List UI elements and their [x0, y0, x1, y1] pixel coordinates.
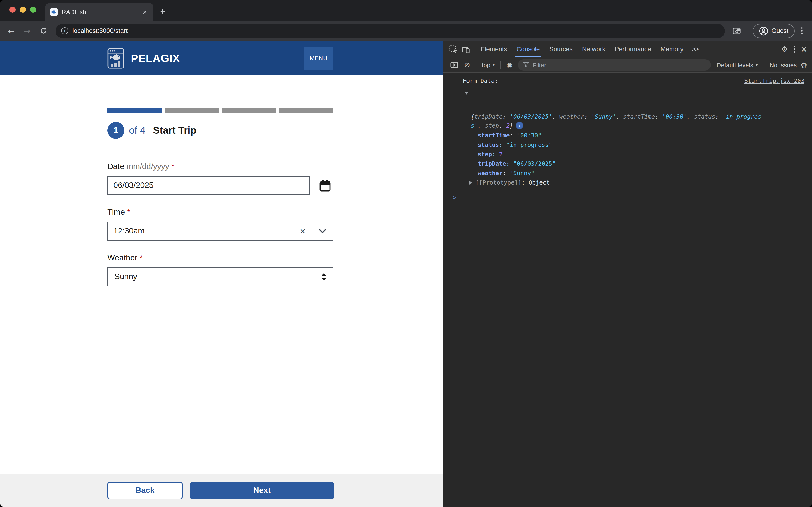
live-expression-eye-icon[interactable]: ◉	[507, 61, 512, 69]
devtools-tab-memory[interactable]: Memory	[656, 42, 688, 57]
date-field-group: Date mm/dd/yyyy *	[107, 162, 333, 195]
new-tab-button[interactable]: +	[160, 7, 165, 17]
weather-field-group: Weather * Sunny	[107, 253, 333, 286]
weather-select[interactable]: Sunny	[107, 267, 333, 286]
page-title: Start Trip	[153, 125, 196, 136]
devtools-tab-performance[interactable]: Performance	[610, 42, 656, 57]
progress-segment	[107, 108, 162, 113]
profile-label: Guest	[771, 27, 789, 34]
required-marker: *	[127, 208, 130, 217]
expand-triangle-icon[interactable]	[465, 92, 468, 95]
app-header: PELAGIX MENU	[0, 42, 443, 75]
console-sidebar-icon[interactable]	[448, 59, 460, 71]
tab-close-icon[interactable]: ×	[141, 8, 149, 16]
select-arrows-icon	[322, 273, 326, 281]
browser-tab[interactable]: RADFish ×	[45, 3, 154, 21]
caret-down-icon: ▾	[492, 63, 495, 67]
profile-chip[interactable]: Guest	[753, 24, 795, 38]
more-tabs-icon[interactable]: >>	[688, 46, 702, 53]
console-message-label: Form Data:	[463, 76, 498, 85]
back-icon[interactable]: ←	[5, 24, 18, 38]
devtools-tabs: ElementsConsoleSourcesNetworkPerformance…	[476, 42, 688, 57]
devtools-panel: ElementsConsoleSourcesNetworkPerformance…	[443, 42, 812, 507]
devtools-tab-bar: ElementsConsoleSourcesNetworkPerformance…	[444, 42, 812, 57]
text-cursor	[462, 194, 462, 201]
clear-console-icon[interactable]: ⊘	[464, 61, 470, 69]
browser-window: RADFish × + ← → i localhost:3000/start	[0, 0, 812, 507]
close-window-button[interactable]	[9, 7, 15, 13]
heading-divider	[107, 149, 333, 149]
back-button[interactable]: Back	[107, 481, 183, 499]
tab-strip: RADFish × +	[0, 0, 812, 21]
clear-time-icon[interactable]: ×	[294, 226, 311, 236]
object-property-row: status: "in-progress"	[478, 140, 805, 150]
minimize-window-button[interactable]	[20, 7, 26, 13]
object-property-row: weather: "Sunny"	[478, 169, 805, 178]
url-text[interactable]: localhost:3000/start	[72, 27, 127, 34]
progress-segment	[222, 108, 276, 113]
step-progress-bar	[107, 108, 333, 113]
favicon-fish-icon	[50, 8, 58, 16]
filter-funnel-icon	[523, 62, 529, 68]
tab-search-icon[interactable]	[731, 25, 743, 37]
person-icon	[759, 26, 768, 36]
issues-status[interactable]: No Issues	[770, 61, 797, 68]
zoom-window-button[interactable]	[30, 7, 36, 13]
calendar-button[interactable]	[319, 179, 331, 192]
devtools-tab-network[interactable]: Network	[577, 42, 610, 57]
console-toolbar: ⊘ top ▾ ◉ Filter Default	[444, 57, 812, 73]
weather-label: Weather *	[107, 253, 333, 263]
console-filter-input[interactable]: Filter	[518, 59, 711, 71]
pelagix-logo-icon	[107, 48, 124, 69]
device-toolbar-icon[interactable]	[459, 43, 472, 55]
page-content: PELAGIX MENU 1 of 4 Start Trip Date	[0, 42, 443, 507]
address-bar[interactable]: i localhost:3000/start	[56, 24, 725, 38]
step-number-badge: 1	[107, 122, 124, 139]
browser-toolbar: ← → i localhost:3000/start	[0, 21, 812, 42]
toolbar-separator	[763, 61, 764, 69]
devtools-close-icon[interactable]: ✕	[801, 45, 808, 54]
object-preview[interactable]: {tripDate: '06/03/2025', weather: 'Sunny…	[471, 85, 805, 130]
context-selector[interactable]: top ▾	[482, 61, 495, 68]
source-link[interactable]: StartTrip.jsx:203	[744, 76, 805, 85]
devtools-tab-sources[interactable]: Sources	[544, 42, 577, 57]
browser-menu-icon[interactable]	[799, 27, 805, 34]
collapsed-triangle-icon[interactable]	[469, 181, 472, 184]
date-input[interactable]	[107, 176, 310, 195]
menu-button[interactable]: MENU	[304, 47, 333, 70]
inspect-element-icon[interactable]	[447, 43, 459, 55]
next-button[interactable]: Next	[190, 481, 334, 499]
console-prompt[interactable]: >	[453, 193, 805, 202]
toolbar-separator	[501, 61, 501, 69]
reload-icon[interactable]	[37, 24, 50, 38]
time-input[interactable]	[108, 226, 294, 236]
info-badge-icon[interactable]: i	[517, 122, 523, 128]
console-settings-icon[interactable]: ⚙	[801, 60, 807, 69]
time-combobox: ×	[107, 222, 333, 240]
object-properties: startTime: "00:30"status: "in-progress"s…	[478, 131, 805, 178]
filter-placeholder: Filter	[533, 61, 546, 68]
step-of-label: of 4	[129, 125, 146, 136]
site-info-icon[interactable]: i	[61, 27, 68, 34]
required-marker: *	[171, 162, 174, 171]
window-controls	[9, 7, 36, 13]
console-output: Form Data: StartTrip.jsx:203 {tripDate: …	[444, 73, 812, 507]
object-property-row: startTime: "00:30"	[478, 131, 805, 140]
time-label: Time *	[107, 208, 333, 217]
object-preview-line: {tripDate: '06/03/2025', weather: 'Sunny…	[471, 112, 805, 121]
brand-title: PELAGIX	[131, 52, 180, 65]
time-field-group: Time * ×	[107, 208, 333, 240]
progress-segment	[165, 108, 219, 113]
time-dropdown-button[interactable]	[312, 229, 333, 233]
tab-title: RADFish	[62, 8, 141, 15]
date-format-hint: mm/dd/yyyy	[126, 162, 169, 171]
devtools-tab-elements[interactable]: Elements	[476, 42, 512, 57]
devtools-menu-icon[interactable]	[792, 46, 797, 53]
devtools-tab-console[interactable]: Console	[512, 42, 544, 57]
prompt-chevron-icon: >	[453, 193, 457, 202]
devtools-settings-icon[interactable]: ⚙	[781, 45, 788, 54]
tabbar-separator	[775, 45, 775, 53]
log-levels-selector[interactable]: Default levels ▾	[717, 61, 758, 68]
object-property-row: tripDate: "06/03/2025"	[478, 159, 805, 169]
prototype-row[interactable]: [[Prototype]]: Object	[469, 178, 805, 187]
